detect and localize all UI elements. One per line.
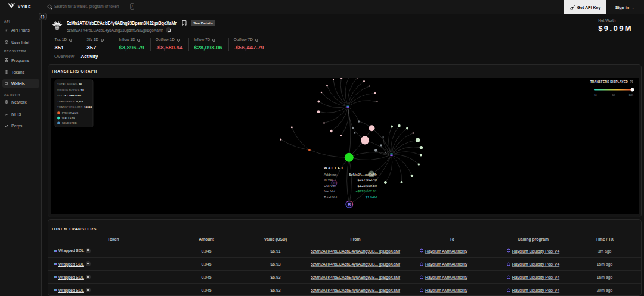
svg-text:?: ? <box>631 81 632 83</box>
svg-text:PROGRAMS: PROGRAMS <box>62 111 78 114</box>
svg-text:WALLETS: WALLETS <box>62 117 75 120</box>
svg-text:TRANSFERS DISPLAYED: TRANSFERS DISPLAYED <box>590 80 628 83</box>
svg-text:Address:: Address: <box>324 173 338 176</box>
svg-text:$917,692.40: $917,692.40 <box>358 178 377 182</box>
svg-text:$1.04M: $1.04M <box>366 195 377 199</box>
svg-text:5K: 5K <box>612 94 615 96</box>
svg-text:R: R <box>348 202 351 207</box>
svg-text:TOTAL NODES: 36: TOTAL NODES: 36 <box>57 83 82 86</box>
svg-text:Total Vol:: Total Vol: <box>324 195 338 199</box>
svg-text:VISIBLE NODES: 28: VISIBLE NODES: 28 <box>57 89 84 92</box>
svg-text:$122,029.59: $122,029.59 <box>358 184 377 188</box>
svg-text:WALLET: WALLET <box>324 166 344 170</box>
svg-text:In Vol:: In Vol: <box>324 178 334 182</box>
svg-text:5zMn2A...goXaMr: 5zMn2A...goXaMr <box>349 173 377 176</box>
svg-text:Out Vol:: Out Vol: <box>324 184 336 188</box>
svg-text:TRANSFERS LIMIT: 10000: TRANSFERS LIMIT: 10000 <box>57 105 92 108</box>
svg-text:SELECTED: SELECTED <box>62 121 77 124</box>
svg-text:Net Vol:: Net Vol: <box>324 189 336 193</box>
svg-text:10: 10 <box>594 94 597 96</box>
svg-text:VOL: $1.04M USD: VOL: $1.04M USD <box>57 94 81 97</box>
svg-text:+$795,662.81: +$795,662.81 <box>355 189 377 193</box>
svg-text:10K: 10K <box>629 94 634 96</box>
svg-text:TRANSFERS: 5,272: TRANSFERS: 5,272 <box>57 100 83 103</box>
